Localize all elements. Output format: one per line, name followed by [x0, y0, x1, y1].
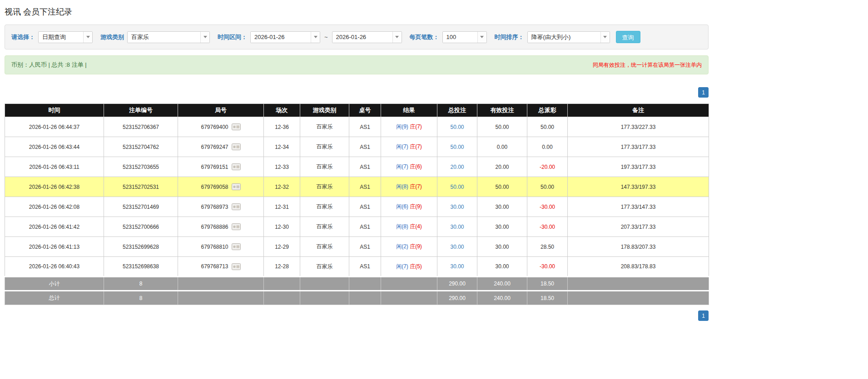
footer-valid-bet: 240.00 [477, 277, 527, 291]
footer-label: 小计 [5, 277, 104, 291]
sort-label: 时间排序： [495, 33, 524, 41]
cell-note: 178.83/207.33 [568, 237, 709, 257]
table-row: 2026-01-26 06:42:38523152702531679769058… [5, 177, 709, 197]
date-to-combobox[interactable] [332, 31, 402, 43]
cell-game-type: 百家乐 [300, 257, 349, 277]
column-header: 局号 [178, 104, 264, 117]
cell-session: 12-29 [264, 237, 300, 257]
round-video-icon[interactable] [232, 183, 241, 190]
date-from-input[interactable] [251, 32, 311, 43]
cell-result: 闲(2) 庄(9) [381, 237, 437, 257]
page-button-1[interactable]: 1 [698, 310, 709, 321]
round-id-text: 679769400 [201, 124, 228, 130]
cell-time: 2026-01-26 06:42:38 [5, 177, 104, 197]
round-video-icon[interactable] [232, 123, 241, 130]
total-bet-link[interactable]: 30.00 [450, 244, 464, 250]
footer-empty-cell [178, 277, 264, 291]
footer-empty-cell [178, 291, 264, 305]
cell-time: 2026-01-26 06:41:42 [5, 217, 104, 237]
chevron-down-icon[interactable] [600, 32, 610, 43]
round-video-icon[interactable] [232, 263, 241, 270]
cell-result: 闲(7) 庄(6) [381, 157, 437, 177]
cell-time: 2026-01-26 06:40:43 [5, 257, 104, 277]
cell-table-no: AS1 [349, 217, 381, 237]
query-type-combobox[interactable] [38, 31, 93, 43]
cell-payout: -30.00 [527, 217, 568, 237]
table-body: 2026-01-26 06:44:37523152706367679769400… [5, 117, 709, 305]
cell-payout: -30.00 [527, 257, 568, 277]
cell-bet-id: 523152704762 [104, 137, 178, 157]
date-from-combobox[interactable] [250, 31, 320, 43]
column-header: 有效投注 [477, 104, 527, 117]
cell-note: 177.33/177.33 [568, 137, 709, 157]
result-player: 闲(2) [396, 243, 408, 250]
total-bet-link[interactable]: 50.00 [450, 184, 464, 190]
chevron-down-icon[interactable] [311, 32, 320, 43]
round-id-text: 679768973 [201, 204, 228, 210]
footer-count: 8 [104, 277, 178, 291]
result-banker: 庄(9) [410, 243, 422, 250]
cell-round-id: 679768810 [178, 237, 264, 257]
cell-valid-bet: 30.00 [477, 257, 527, 277]
total-bet-link[interactable]: 50.00 [450, 124, 464, 130]
sort-combobox[interactable] [527, 31, 610, 43]
footer-payout: 18.50 [527, 277, 568, 291]
total-bet-link[interactable]: 20.00 [450, 164, 464, 170]
cell-payout: -20.00 [527, 157, 568, 177]
table-row: 2026-01-26 06:40:43523152698638679768713… [5, 257, 709, 277]
cell-payout: 50.00 [527, 177, 568, 197]
cell-round-id: 679769151 [178, 157, 264, 177]
total-bet-link[interactable]: 50.00 [450, 144, 464, 150]
summary-row: 小计8290.00240.0018.50 [5, 277, 709, 291]
query-type-input[interactable] [39, 32, 83, 43]
result-player: 闲(6) [396, 203, 408, 210]
cell-time: 2026-01-26 06:41:13 [5, 237, 104, 257]
cell-payout: -30.00 [527, 197, 568, 217]
cell-session: 12-31 [264, 197, 300, 217]
result-banker: 庄(7) [410, 183, 422, 190]
footer-count: 8 [104, 291, 178, 305]
chevron-down-icon[interactable] [477, 32, 486, 43]
column-header: 注单编号 [104, 104, 178, 117]
search-button[interactable]: 查询 [616, 31, 640, 43]
game-type-label: 游戏类别 [100, 33, 124, 41]
total-bet-link[interactable]: 30.00 [450, 204, 464, 210]
game-type-input[interactable] [128, 32, 200, 43]
game-type-combobox[interactable] [127, 31, 210, 43]
cell-result: 闲(6) 庄(9) [381, 197, 437, 217]
date-to-input[interactable] [332, 32, 392, 43]
round-video-icon[interactable] [232, 163, 241, 170]
round-video-icon[interactable] [232, 223, 241, 230]
cell-table-no: AS1 [349, 137, 381, 157]
chevron-down-icon[interactable] [200, 32, 209, 43]
round-video-icon[interactable] [232, 143, 241, 150]
column-header: 桌号 [349, 104, 381, 117]
round-video-icon[interactable] [232, 203, 241, 210]
footer-empty-cell [264, 291, 300, 305]
cell-total-bet: 50.00 [437, 177, 477, 197]
result-player: 闲(7) [396, 263, 408, 270]
round-video-icon[interactable] [232, 243, 241, 250]
result-banker: 庄(7) [410, 123, 422, 130]
cell-game-type: 百家乐 [300, 237, 349, 257]
per-page-combobox[interactable] [442, 31, 487, 43]
footer-empty-cell [381, 291, 437, 305]
cell-session: 12-30 [264, 217, 300, 237]
total-bet-link[interactable]: 30.00 [450, 224, 464, 230]
cell-session: 12-32 [264, 177, 300, 197]
footer-empty-cell [349, 277, 381, 291]
cell-result: 闲(9) 庄(7) [381, 117, 437, 137]
chevron-down-icon[interactable] [392, 32, 402, 43]
pagination-top: 1 [5, 87, 709, 98]
chevron-down-icon[interactable] [83, 32, 92, 43]
sort-input[interactable] [528, 32, 600, 43]
total-bet-link[interactable]: 30.00 [450, 263, 464, 270]
page-button-1[interactable]: 1 [698, 87, 709, 98]
range-separator: ~ [324, 34, 328, 40]
column-header: 总投注 [437, 104, 477, 117]
per-page-input[interactable] [443, 32, 477, 43]
bet-records-table: 时间注单编号局号场次游戏类别桌号结果总投注有效投注总派彩备注 2026-01-2… [5, 103, 709, 305]
footer-payout: 18.50 [527, 291, 568, 305]
cell-result: 闲(7) 庄(7) [381, 137, 437, 157]
cell-bet-id: 523152702531 [104, 177, 178, 197]
